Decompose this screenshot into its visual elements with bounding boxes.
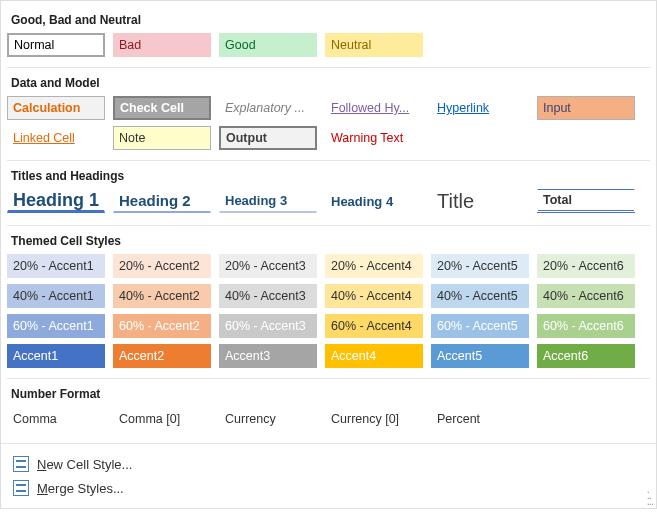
style-60-accent2[interactable]: 60% - Accent2 xyxy=(113,314,211,338)
style-heading-3[interactable]: Heading 3 xyxy=(219,189,317,213)
style-40-accent1[interactable]: 40% - Accent1 xyxy=(7,284,105,308)
style-currency[interactable]: Currency xyxy=(219,407,317,431)
style-linked-cell[interactable]: Linked Cell xyxy=(7,126,105,150)
section-title-gbn: Good, Bad and Neutral xyxy=(7,5,650,33)
style-20-accent4[interactable]: 20% - Accent4 xyxy=(325,254,423,278)
style-40-accent6[interactable]: 40% - Accent6 xyxy=(537,284,635,308)
style-calculation[interactable]: Calculation xyxy=(7,96,105,120)
style-accent6[interactable]: Accent6 xyxy=(537,344,635,368)
style-heading-1[interactable]: Heading 1 xyxy=(7,189,105,213)
row-themed-20: 20% - Accent1 20% - Accent2 20% - Accent… xyxy=(7,254,650,284)
style-60-accent4[interactable]: 60% - Accent4 xyxy=(325,314,423,338)
row-themed-60: 60% - Accent1 60% - Accent2 60% - Accent… xyxy=(7,314,650,344)
style-40-accent5[interactable]: 40% - Accent5 xyxy=(431,284,529,308)
gallery-footer: New Cell Style... Merge Styles... xyxy=(1,443,656,508)
row-th: Heading 1 Heading 2 Heading 3 Heading 4 … xyxy=(7,189,650,221)
style-input[interactable]: Input xyxy=(537,96,635,120)
style-60-accent1[interactable]: 60% - Accent1 xyxy=(7,314,105,338)
style-20-accent1[interactable]: 20% - Accent1 xyxy=(7,254,105,278)
row-themed-100: Accent1 Accent2 Accent3 Accent4 Accent5 … xyxy=(7,344,650,374)
row-themed-40: 40% - Accent1 40% - Accent2 40% - Accent… xyxy=(7,284,650,314)
new-style-icon xyxy=(13,456,29,472)
style-accent1[interactable]: Accent1 xyxy=(7,344,105,368)
style-comma[interactable]: Comma xyxy=(7,407,105,431)
style-20-accent3[interactable]: 20% - Accent3 xyxy=(219,254,317,278)
style-total[interactable]: Total xyxy=(537,189,635,213)
style-accent5[interactable]: Accent5 xyxy=(431,344,529,368)
section-title-th: Titles and Headings xyxy=(7,161,650,189)
style-bad[interactable]: Bad xyxy=(113,33,211,57)
merge-styles-icon xyxy=(13,480,29,496)
style-explanatory[interactable]: Explanatory ... xyxy=(219,96,317,120)
style-hyperlink[interactable]: Hyperlink xyxy=(431,96,529,120)
row-dm: Calculation Check Cell Explanatory ... F… xyxy=(7,96,650,156)
style-accent2[interactable]: Accent2 xyxy=(113,344,211,368)
style-40-accent3[interactable]: 40% - Accent3 xyxy=(219,284,317,308)
section-title-nf: Number Format xyxy=(7,379,650,407)
style-accent3[interactable]: Accent3 xyxy=(219,344,317,368)
style-20-accent6[interactable]: 20% - Accent6 xyxy=(537,254,635,278)
cell-styles-gallery: Good, Bad and Neutral Normal Bad Good Ne… xyxy=(0,0,657,509)
style-20-accent5[interactable]: 20% - Accent5 xyxy=(431,254,529,278)
style-title[interactable]: Title xyxy=(431,189,529,213)
style-note[interactable]: Note xyxy=(113,126,211,150)
style-heading-4[interactable]: Heading 4 xyxy=(325,189,423,213)
style-20-accent2[interactable]: 20% - Accent2 xyxy=(113,254,211,278)
section-title-themed: Themed Cell Styles xyxy=(7,226,650,254)
merge-styles-button[interactable]: Merge Styles... xyxy=(7,476,650,500)
style-60-accent3[interactable]: 60% - Accent3 xyxy=(219,314,317,338)
style-heading-2[interactable]: Heading 2 xyxy=(113,189,211,213)
style-output[interactable]: Output xyxy=(219,126,317,150)
style-60-accent5[interactable]: 60% - Accent5 xyxy=(431,314,529,338)
style-currency-0[interactable]: Currency [0] xyxy=(325,407,423,431)
merge-styles-label: Merge Styles... xyxy=(37,481,124,496)
style-check-cell[interactable]: Check Cell xyxy=(113,96,211,120)
style-normal[interactable]: Normal xyxy=(7,33,105,57)
style-60-accent6[interactable]: 60% - Accent6 xyxy=(537,314,635,338)
row-nf: Comma Comma [0] Currency Currency [0] Pe… xyxy=(7,407,650,437)
style-40-accent4[interactable]: 40% - Accent4 xyxy=(325,284,423,308)
style-neutral[interactable]: Neutral xyxy=(325,33,423,57)
resize-grip[interactable]: .. .. . . xyxy=(647,486,652,504)
style-accent4[interactable]: Accent4 xyxy=(325,344,423,368)
style-good[interactable]: Good xyxy=(219,33,317,57)
style-warning-text[interactable]: Warning Text xyxy=(325,126,423,150)
new-cell-style-label: New Cell Style... xyxy=(37,457,132,472)
new-cell-style-button[interactable]: New Cell Style... xyxy=(7,452,650,476)
style-40-accent2[interactable]: 40% - Accent2 xyxy=(113,284,211,308)
style-percent[interactable]: Percent xyxy=(431,407,529,431)
style-followed-hyperlink[interactable]: Followed Hy... xyxy=(325,96,423,120)
style-comma-0[interactable]: Comma [0] xyxy=(113,407,211,431)
section-title-dm: Data and Model xyxy=(7,68,650,96)
row-gbn: Normal Bad Good Neutral xyxy=(7,33,650,63)
